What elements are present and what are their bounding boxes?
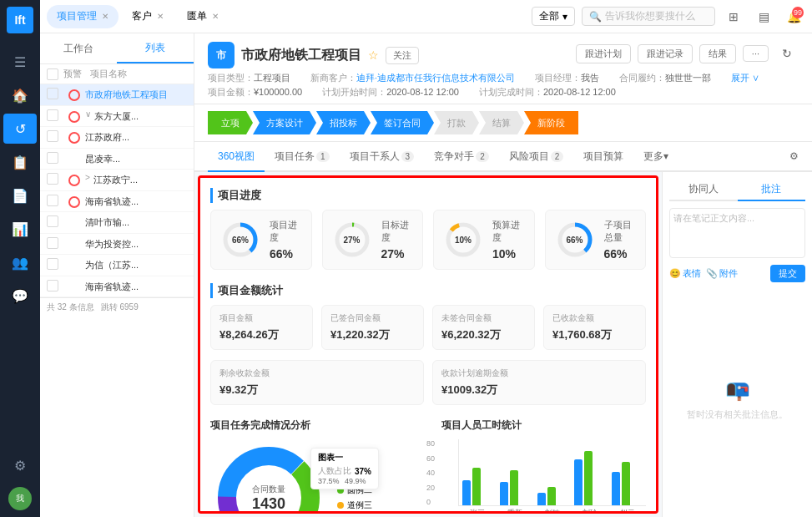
tab-risks[interactable]: 风险项目 2 (499, 142, 574, 172)
item-checkbox[interactable] (47, 237, 58, 249)
finance-card-signed: 已签合同金额 ¥1,220.32万 (321, 305, 424, 350)
tab-budget[interactable]: 项目预算 (573, 142, 633, 172)
step-box-dakuan[interactable]: 打款 (434, 111, 479, 134)
step-lixiang[interactable]: 立项 (208, 111, 253, 134)
item-checkbox[interactable] (47, 88, 58, 99)
tab-project-management[interactable]: 项目管理 ✕ (47, 5, 119, 28)
sidebar-icon-users[interactable]: 👥 (3, 247, 37, 277)
list-item[interactable]: 海南省轨迹... (40, 276, 194, 298)
item-checkbox[interactable] (47, 109, 58, 121)
refresh-icon[interactable]: ↻ (775, 42, 799, 65)
step-jiesuan[interactable]: 结算 (479, 111, 524, 134)
list-item[interactable]: 清叶市输... (40, 212, 194, 234)
tooltip-title: 图表一 (318, 452, 371, 464)
tab-order[interactable]: 匮单 ✕ (177, 5, 229, 28)
item-checkbox[interactable] (47, 173, 58, 185)
step-box-fangan[interactable]: 方案设计 (253, 111, 316, 134)
sidebar-icon-refresh[interactable]: ↺ (3, 114, 37, 144)
sidebar-icon-msg[interactable]: 💬 (3, 281, 37, 311)
action-followup-record[interactable]: 跟进记录 (638, 44, 693, 63)
step-box-hetong[interactable]: 签订合同 (371, 111, 434, 134)
status-indicator (68, 175, 80, 186)
list-item[interactable]: 市政府地铁工程项目 (40, 84, 194, 106)
step-box-new[interactable]: 新阶段 (524, 111, 578, 134)
step-toubiao[interactable]: 招投标 (316, 111, 371, 134)
bell-icon-btn[interactable]: 🔔 99 (782, 5, 805, 28)
right-tab-collaborator[interactable]: 协同人 (669, 179, 738, 200)
project-name[interactable]: 昆凌幸... (85, 152, 187, 166)
project-name[interactable]: 海南省轨迹... (85, 280, 187, 294)
tab-stakeholders[interactable]: 项目干系人 3 (340, 142, 425, 172)
right-tab-annotation[interactable]: 批注 (738, 179, 806, 201)
item-checkbox[interactable] (47, 258, 58, 270)
star-icon[interactable]: ☆ (368, 48, 379, 62)
sidebar-icon-home[interactable]: 🏠 (3, 80, 37, 110)
project-name[interactable]: 江苏政宁... (93, 173, 187, 187)
sidebar-icon-doc[interactable]: 📄 (3, 180, 37, 210)
list-item[interactable]: 昆凌幸... (40, 149, 194, 170)
panel-tab-list[interactable]: 列表 (117, 33, 194, 63)
expand-detail[interactable]: 展开 ∨ (731, 72, 759, 84)
action-result[interactable]: 结果 (699, 44, 736, 63)
item-checkbox[interactable] (47, 152, 58, 164)
user-avatar[interactable]: 我 (8, 487, 32, 510)
project-name[interactable]: 东方大厦... (94, 109, 187, 124)
comment-input[interactable]: 请在笔记正文内容... (669, 208, 805, 258)
tab-close-project[interactable]: ✕ (102, 12, 108, 21)
search-box[interactable]: 🔍 告诉我你想要搜什么 (582, 7, 715, 26)
follow-button[interactable]: 关注 (386, 47, 419, 64)
step-box-lixiang[interactable]: 立项 (208, 111, 253, 134)
tab-close-customer[interactable]: ✕ (157, 12, 164, 21)
step-hetong[interactable]: 签订合同 (371, 111, 434, 134)
list-item[interactable]: 为信（江苏... (40, 255, 194, 276)
sidebar-icon-menu[interactable]: ☰ (3, 47, 37, 77)
item-checkbox[interactable] (47, 195, 58, 206)
project-name[interactable]: 市政府地铁工程项目 (85, 88, 187, 102)
finance-card-remaining: 剩余收款金额 ¥9.32万 (210, 360, 424, 405)
project-name[interactable]: 清叶市输... (85, 215, 187, 230)
submit-comment-button[interactable]: 提交 (770, 265, 805, 282)
action-followup-plan[interactable]: 跟进计划 (576, 44, 631, 63)
panel-tab-workspace[interactable]: 工作台 (40, 33, 117, 63)
tab-customer[interactable]: 客户 ✕ (122, 5, 174, 28)
step-dakuan[interactable]: 打款 (434, 111, 479, 134)
sidebar-icon-list[interactable]: 📋 (3, 147, 37, 177)
attachment-button[interactable]: 📎 附件 (706, 267, 738, 280)
settings-icon[interactable]: ⚙ (789, 150, 799, 162)
notification-badge: 99 (792, 7, 804, 18)
tab-close-order[interactable]: ✕ (212, 12, 219, 21)
manpower-chart-block: 项目人员工时统计 80 60 40 20 0 (441, 418, 646, 514)
y-label-40: 40 (426, 469, 435, 477)
tab-competitors[interactable]: 竞争对手 2 (424, 142, 499, 172)
list-item[interactable]: 海南省轨迹... (40, 191, 194, 213)
sidebar-icon-settings[interactable]: ⚙ (3, 450, 37, 480)
layout-icon-btn[interactable]: ▤ (752, 5, 775, 28)
step-new[interactable]: 新阶段 (524, 111, 578, 134)
step-box-toubiao[interactable]: 招投标 (316, 111, 371, 134)
list-item[interactable]: > 江苏政宁... (40, 170, 194, 191)
item-checkbox[interactable] (47, 215, 58, 227)
tab-more[interactable]: 更多 ▾ (633, 142, 678, 172)
item-checkbox[interactable] (47, 280, 58, 291)
emoji-button[interactable]: 😊 表情 (669, 267, 701, 280)
project-name[interactable]: 为信（江苏... (85, 258, 187, 272)
step-box-jiesuan[interactable]: 结算 (479, 111, 524, 134)
tab-tasks[interactable]: 项目任务 1 (265, 142, 340, 172)
list-item[interactable]: 华为投资控... (40, 234, 194, 256)
project-name[interactable]: 华为投资控... (85, 237, 187, 251)
project-name[interactable]: 江苏政府... (85, 130, 187, 144)
grid-icon-btn[interactable]: ⊞ (722, 5, 745, 28)
step-fangan[interactable]: 方案设计 (253, 111, 316, 134)
bar-group-liuzhen (574, 451, 605, 505)
list-item[interactable]: ∨ 东方大厦... (40, 106, 194, 128)
topbar: 项目管理 ✕ 客户 ✕ 匮单 ✕ 全部 ▾ 🔍 告诉我你想要搜什么 ⊞ ▤ 🔔 … (40, 0, 812, 33)
list-item[interactable]: 江苏政府... (40, 127, 194, 149)
item-checkbox[interactable] (47, 130, 58, 142)
sidebar-icon-chart[interactable]: 📊 (3, 214, 37, 244)
select-all-checkbox[interactable] (47, 68, 58, 80)
action-more[interactable]: ··· (743, 45, 769, 62)
filter-select[interactable]: 全部 ▾ (532, 7, 575, 26)
tab-360view[interactable]: 360视图 (208, 142, 265, 172)
project-name[interactable]: 海南省轨迹... (85, 195, 187, 209)
bar-label-zhangsan: 张三 (461, 508, 492, 514)
